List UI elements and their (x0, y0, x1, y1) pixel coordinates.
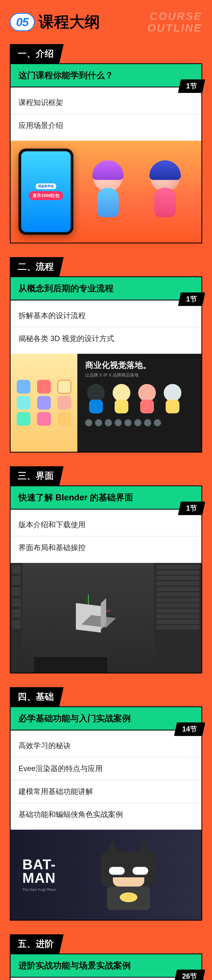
section-tag: 四、基础 (10, 687, 64, 706)
section-body: 必学基础功能与入门实战案例 14节 高效学习的秘诀 Evee渲染器的特点与应用 … (10, 706, 202, 921)
section-body: 快速了解 Blender 的基础界面 1节 版本介绍和下载使用 界面布局和基础操… (10, 485, 202, 673)
list-item: 高效学习的秘诀 (11, 734, 201, 757)
list-item: 课程知识框架 (11, 91, 201, 114)
tool-icon (12, 620, 21, 629)
tool-icon (12, 565, 21, 574)
lesson-count-badge: 1节 (178, 80, 205, 93)
bullet-list: 拆解基本的设计流程 揭秘各类 3D 视觉的设计方式 (11, 301, 201, 354)
header-badge: 05 (10, 13, 35, 31)
image-title: 商业化视觉落地。 (85, 360, 194, 371)
section-header: 05 课程大纲 COURSE OUTLINE (10, 12, 202, 32)
brand-logo-icon (134, 419, 141, 426)
brand-logo-icon (95, 419, 102, 426)
bullet-list: 高效学习的秘诀 Evee渲染器的特点与应用 建模常用基础功能讲解 基础功能和蝙蝠… (11, 730, 201, 830)
character-group (79, 160, 194, 223)
section-subtitle: 必学基础功能与入门实战案例 (11, 707, 201, 730)
section-subtitle: 从概念到后期的专业流程 (11, 277, 201, 301)
panel-row (156, 620, 199, 624)
bullet-list: 版本介绍和下载使用 界面布局和基础操控 (11, 510, 201, 563)
section-image: 商业化视觉落地。 让品牌 X IP X 品牌商品落地 (11, 354, 201, 452)
app-icon (58, 396, 71, 410)
lesson-count-badge: 1节 (178, 501, 205, 515)
section-3: 三、界面 快速了解 Blender 的基础界面 1节 版本介绍和下载使用 界面布… (10, 466, 202, 673)
list-item: 基础功能和蝙蝠侠角色实战案例 (11, 803, 201, 826)
section-image: BAT- MAN The Dark Knigt Rises (11, 830, 201, 920)
batman-text-block: BAT- MAN The Dark Knigt Rises (22, 858, 56, 892)
section-1: 一、介绍 这门课程你能学到什么？ 1节 课程知识框架 应用场景介绍 现金奖学金 … (10, 44, 202, 243)
section-tag: 五、进阶 (10, 934, 64, 953)
brand-logo-icon (124, 419, 132, 426)
section-4: 四、基础 必学基础功能与入门实战案例 14节 高效学习的秘诀 Evee渲染器的特… (10, 687, 202, 921)
section-subtitle: 进阶实战功能与场景实战案例 (11, 955, 201, 978)
character-icon (148, 160, 183, 223)
section-tag: 一、介绍 (10, 44, 64, 63)
app-icon (17, 412, 31, 426)
batman-title-line2: MAN (22, 871, 56, 885)
brand-logo-icon (115, 419, 122, 426)
bullet-list: 进阶功能详细讲解 Cycles 渲染器的特点与应用 蝙蝠侠场景建模实战 课程总结… (11, 978, 201, 980)
character-icon (90, 160, 125, 223)
batman-icon (101, 840, 156, 910)
batman-subtitle: The Dark Knigt Rises (22, 888, 56, 892)
app-icon (58, 380, 71, 394)
panel-row (156, 609, 199, 613)
app-icon (17, 396, 31, 410)
section-subtitle: 快速了解 Blender 的基础界面 (11, 486, 201, 510)
page-title: 课程大纲 (39, 12, 100, 32)
panel-row (156, 565, 199, 569)
phone-tag: 现金奖学金 (36, 183, 56, 189)
section-body: 进阶实战功能与场景实战案例 26节 进阶功能详细讲解 Cycles 渲染器的特点… (10, 953, 202, 980)
list-item: 建模常用基础功能讲解 (11, 780, 201, 803)
blender-timeline (34, 657, 107, 673)
phone-screen: 现金奖学金 直升1000红包 (21, 151, 71, 232)
blender-viewport (22, 563, 154, 673)
character-icon (111, 384, 132, 415)
batman-character (68, 840, 190, 910)
batman-title-line1: BAT- (22, 858, 56, 871)
panel-row (156, 570, 199, 575)
section-tag: 二、流程 (10, 257, 64, 276)
character-icon (162, 384, 183, 415)
blender-properties-panel (154, 563, 201, 673)
section-body: 这门课程你能学到什么？ 1节 课程知识框架 应用场景介绍 现金奖学金 直升100… (10, 63, 202, 243)
blender-screenshot (11, 563, 201, 673)
tool-icon (12, 587, 21, 596)
tool-icon (12, 598, 21, 607)
section-image: 现金奖学金 直升1000红包 (11, 141, 201, 243)
tool-icon (12, 609, 21, 618)
section-5: 五、进阶 进阶实战功能与场景实战案例 26节 进阶功能详细讲解 Cycles 渲… (10, 934, 202, 980)
list-item: 揭秘各类 3D 视觉的设计方式 (11, 327, 201, 350)
brand-logo-icon (144, 419, 151, 426)
header-subtitle: COURSE OUTLINE (148, 10, 202, 34)
image-subtitle: 让品牌 X IP X 品牌商品落地 (85, 372, 194, 378)
list-item: 界面布局和基础操控 (11, 536, 201, 559)
character-row (85, 384, 194, 415)
section-subtitle: 这门课程你能学到什么？ (11, 64, 201, 88)
subtitle-line2: OUTLINE (148, 22, 202, 34)
list-item: 应用场景介绍 (11, 114, 201, 137)
character-icon (136, 384, 158, 415)
panel-row (156, 598, 199, 602)
list-item: 拆解基本的设计流程 (11, 304, 201, 327)
badge-number: 05 (16, 15, 29, 29)
lesson-count-badge: 14节 (174, 722, 205, 736)
section-body: 从概念到后期的专业流程 1节 拆解基本的设计流程 揭秘各类 3D 视觉的设计方式… (10, 276, 202, 453)
phone-mockup: 现金奖学金 直升1000红包 (18, 149, 74, 235)
app-icon (37, 396, 51, 410)
subtitle-line1: COURSE (148, 10, 202, 22)
character-icon (85, 384, 107, 415)
panel-row (156, 576, 199, 580)
logo-row (85, 419, 194, 426)
brand-logo-icon (85, 419, 92, 426)
page: 05 课程大纲 COURSE OUTLINE 一、介绍 这门课程你能学到什么？ … (0, 0, 212, 980)
lesson-count-badge: 26节 (174, 970, 205, 980)
panel-row (156, 614, 199, 619)
app-icon (17, 380, 31, 394)
tool-icon (12, 576, 21, 585)
list-item: Evee渲染器的特点与应用 (11, 757, 201, 780)
app-icon (37, 412, 51, 426)
cube-mesh-icon (76, 603, 101, 633)
panel-row (156, 587, 199, 591)
app-icon (37, 380, 51, 394)
blender-toolbar (11, 563, 22, 673)
